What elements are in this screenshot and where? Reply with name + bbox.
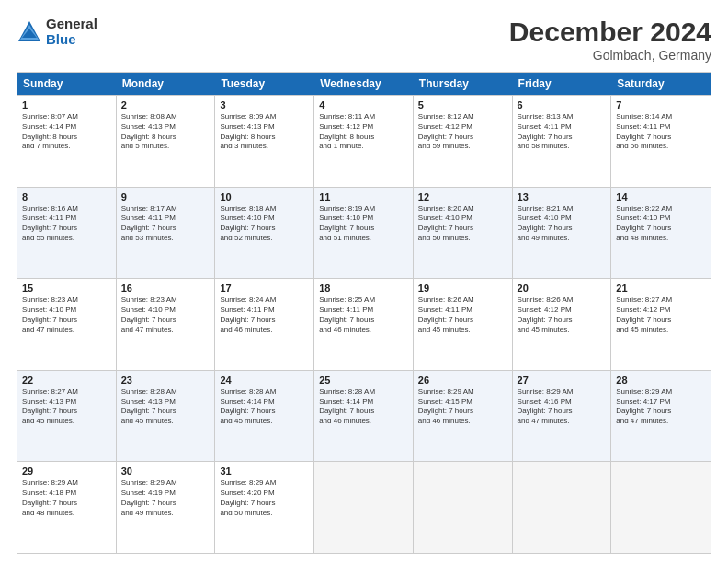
- day-info: Sunrise: 8:27 AM Sunset: 4:12 PM Dayligh…: [616, 295, 706, 335]
- calendar-day-24: 24Sunrise: 8:28 AM Sunset: 4:14 PM Dayli…: [215, 371, 314, 462]
- day-number: 22: [22, 374, 111, 385]
- weekday-header-monday: Monday: [117, 73, 216, 95]
- calendar-day-1: 1Sunrise: 8:07 AM Sunset: 4:14 PM Daylig…: [17, 96, 117, 187]
- day-info: Sunrise: 8:26 AM Sunset: 4:12 PM Dayligh…: [518, 295, 607, 335]
- day-info: Sunrise: 8:27 AM Sunset: 4:13 PM Dayligh…: [22, 387, 111, 427]
- calendar-empty-cell: [314, 462, 414, 553]
- calendar-day-28: 28Sunrise: 8:29 AM Sunset: 4:17 PM Dayli…: [611, 371, 711, 462]
- calendar-row: 15Sunrise: 8:23 AM Sunset: 4:10 PM Dayli…: [17, 278, 711, 370]
- calendar-day-8: 8Sunrise: 8:16 AM Sunset: 4:11 PM Daylig…: [17, 188, 117, 279]
- calendar-day-26: 26Sunrise: 8:29 AM Sunset: 4:15 PM Dayli…: [414, 371, 513, 462]
- day-number: 4: [319, 99, 408, 110]
- day-number: 29: [22, 465, 111, 477]
- day-info: Sunrise: 8:23 AM Sunset: 4:10 PM Dayligh…: [121, 295, 210, 335]
- day-number: 9: [121, 191, 210, 202]
- day-number: 2: [121, 99, 210, 110]
- day-info: Sunrise: 8:18 AM Sunset: 4:10 PM Dayligh…: [220, 204, 309, 244]
- day-number: 21: [616, 282, 706, 293]
- day-info: Sunrise: 8:28 AM Sunset: 4:13 PM Dayligh…: [121, 387, 210, 427]
- day-number: 26: [418, 374, 507, 385]
- day-number: 23: [121, 374, 210, 385]
- calendar: SundayMondayTuesdayWednesdayThursdayFrid…: [17, 72, 711, 554]
- calendar-day-22: 22Sunrise: 8:27 AM Sunset: 4:13 PM Dayli…: [17, 371, 117, 462]
- calendar-day-6: 6Sunrise: 8:13 AM Sunset: 4:11 PM Daylig…: [513, 96, 612, 187]
- day-info: Sunrise: 8:28 AM Sunset: 4:14 PM Dayligh…: [319, 387, 408, 427]
- weekday-header-thursday: Thursday: [414, 73, 513, 95]
- day-info: Sunrise: 8:29 AM Sunset: 4:17 PM Dayligh…: [616, 387, 706, 427]
- calendar-day-12: 12Sunrise: 8:20 AM Sunset: 4:10 PM Dayli…: [414, 188, 513, 279]
- day-info: Sunrise: 8:16 AM Sunset: 4:11 PM Dayligh…: [22, 204, 111, 244]
- day-number: 5: [418, 99, 507, 110]
- calendar-day-15: 15Sunrise: 8:23 AM Sunset: 4:10 PM Dayli…: [17, 279, 117, 370]
- logo-general: General: [46, 17, 97, 32]
- weekday-header-wednesday: Wednesday: [314, 73, 414, 95]
- day-number: 17: [220, 282, 309, 293]
- calendar-day-21: 21Sunrise: 8:27 AM Sunset: 4:12 PM Dayli…: [611, 279, 711, 370]
- day-info: Sunrise: 8:12 AM Sunset: 4:12 PM Dayligh…: [418, 112, 507, 152]
- day-info: Sunrise: 8:13 AM Sunset: 4:11 PM Dayligh…: [518, 112, 607, 152]
- calendar-day-25: 25Sunrise: 8:28 AM Sunset: 4:14 PM Dayli…: [314, 371, 414, 462]
- calendar-row: 1Sunrise: 8:07 AM Sunset: 4:14 PM Daylig…: [17, 95, 711, 187]
- calendar-day-7: 7Sunrise: 8:14 AM Sunset: 4:11 PM Daylig…: [611, 96, 711, 187]
- day-number: 6: [518, 99, 607, 110]
- calendar-day-27: 27Sunrise: 8:29 AM Sunset: 4:16 PM Dayli…: [513, 371, 612, 462]
- logo-icon: [17, 19, 42, 45]
- calendar-day-5: 5Sunrise: 8:12 AM Sunset: 4:12 PM Daylig…: [414, 96, 513, 187]
- day-info: Sunrise: 8:29 AM Sunset: 4:15 PM Dayligh…: [418, 387, 507, 427]
- day-info: Sunrise: 8:29 AM Sunset: 4:20 PM Dayligh…: [220, 478, 309, 518]
- calendar-day-23: 23Sunrise: 8:28 AM Sunset: 4:13 PM Dayli…: [117, 371, 216, 462]
- calendar-body: 1Sunrise: 8:07 AM Sunset: 4:14 PM Daylig…: [17, 95, 711, 553]
- title-section: December 2024 Golmbach, Germany: [509, 17, 711, 63]
- day-number: 16: [121, 282, 210, 293]
- calendar-row: 29Sunrise: 8:29 AM Sunset: 4:18 PM Dayli…: [17, 461, 711, 553]
- day-info: Sunrise: 8:21 AM Sunset: 4:10 PM Dayligh…: [518, 204, 607, 244]
- weekday-header-saturday: Saturday: [611, 73, 711, 95]
- calendar-empty-cell: [414, 462, 513, 553]
- calendar-header: SundayMondayTuesdayWednesdayThursdayFrid…: [17, 73, 711, 95]
- calendar-day-4: 4Sunrise: 8:11 AM Sunset: 4:12 PM Daylig…: [314, 96, 414, 187]
- calendar-day-20: 20Sunrise: 8:26 AM Sunset: 4:12 PM Dayli…: [513, 279, 612, 370]
- calendar-day-11: 11Sunrise: 8:19 AM Sunset: 4:10 PM Dayli…: [314, 188, 414, 279]
- calendar-day-14: 14Sunrise: 8:22 AM Sunset: 4:10 PM Dayli…: [611, 188, 711, 279]
- calendar-day-3: 3Sunrise: 8:09 AM Sunset: 4:13 PM Daylig…: [215, 96, 314, 187]
- calendar-day-31: 31Sunrise: 8:29 AM Sunset: 4:20 PM Dayli…: [215, 462, 314, 553]
- day-number: 11: [319, 191, 408, 202]
- day-number: 25: [319, 374, 408, 385]
- calendar-day-18: 18Sunrise: 8:25 AM Sunset: 4:11 PM Dayli…: [314, 279, 414, 370]
- header: General Blue December 2024 Golmbach, Ger…: [17, 17, 711, 63]
- day-number: 13: [518, 191, 607, 202]
- weekday-header-tuesday: Tuesday: [215, 73, 314, 95]
- day-number: 19: [418, 282, 507, 293]
- day-number: 12: [418, 191, 507, 202]
- location: Golmbach, Germany: [509, 48, 711, 63]
- day-info: Sunrise: 8:23 AM Sunset: 4:10 PM Dayligh…: [22, 295, 111, 335]
- day-number: 3: [220, 99, 309, 110]
- calendar-row: 8Sunrise: 8:16 AM Sunset: 4:11 PM Daylig…: [17, 187, 711, 279]
- day-info: Sunrise: 8:08 AM Sunset: 4:13 PM Dayligh…: [121, 112, 210, 152]
- day-number: 30: [121, 465, 210, 477]
- day-number: 14: [616, 191, 706, 202]
- day-info: Sunrise: 8:09 AM Sunset: 4:13 PM Dayligh…: [220, 112, 309, 152]
- day-number: 7: [616, 99, 706, 110]
- day-number: 15: [22, 282, 111, 293]
- day-number: 24: [220, 374, 309, 385]
- calendar-empty-cell: [611, 462, 711, 553]
- month-title: December 2024: [509, 17, 711, 48]
- page: General Blue December 2024 Golmbach, Ger…: [0, 0, 728, 563]
- logo: General Blue: [17, 17, 97, 47]
- day-info: Sunrise: 8:28 AM Sunset: 4:14 PM Dayligh…: [220, 387, 309, 427]
- day-info: Sunrise: 8:17 AM Sunset: 4:11 PM Dayligh…: [121, 204, 210, 244]
- day-number: 28: [616, 374, 706, 385]
- day-info: Sunrise: 8:14 AM Sunset: 4:11 PM Dayligh…: [616, 112, 706, 152]
- day-info: Sunrise: 8:29 AM Sunset: 4:16 PM Dayligh…: [518, 387, 607, 427]
- calendar-day-13: 13Sunrise: 8:21 AM Sunset: 4:10 PM Dayli…: [513, 188, 612, 279]
- day-number: 1: [22, 99, 111, 110]
- calendar-day-2: 2Sunrise: 8:08 AM Sunset: 4:13 PM Daylig…: [117, 96, 216, 187]
- calendar-day-19: 19Sunrise: 8:26 AM Sunset: 4:11 PM Dayli…: [414, 279, 513, 370]
- day-info: Sunrise: 8:25 AM Sunset: 4:11 PM Dayligh…: [319, 295, 408, 335]
- calendar-day-30: 30Sunrise: 8:29 AM Sunset: 4:19 PM Dayli…: [117, 462, 216, 553]
- day-info: Sunrise: 8:29 AM Sunset: 4:19 PM Dayligh…: [121, 478, 210, 518]
- day-number: 10: [220, 191, 309, 202]
- day-number: 27: [518, 374, 607, 385]
- day-info: Sunrise: 8:24 AM Sunset: 4:11 PM Dayligh…: [220, 295, 309, 335]
